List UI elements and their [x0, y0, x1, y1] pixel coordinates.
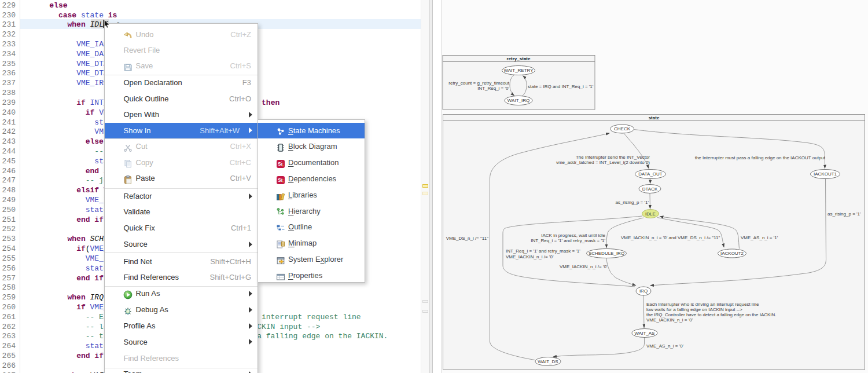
svg-text:as_rising_p = '1': as_rising_p = '1'	[615, 200, 649, 205]
svg-text:as_rising_p = '1': as_rising_p = '1'	[827, 211, 861, 217]
svg-text:IRQ: IRQ	[639, 288, 648, 294]
svg-text:VME_DS_n_i /= "11": VME_DS_n_i /= "11"	[446, 236, 489, 241]
svg-text:VME_AS_n_i = '0': VME_AS_n_i = '0'	[646, 343, 684, 349]
svg-text:DATA_OUT: DATA_OUT	[638, 171, 663, 177]
svg-text:INT_Req_i = '1' and retry_mask: INT_Req_i = '1' and retry_mask = '1'	[531, 238, 605, 243]
svg-text:;: ;	[282, 161, 284, 167]
svg-text:INT_Req_i = '0': INT_Req_i = '0'	[477, 86, 509, 91]
svg-text:Each Interrupter who is drivin: Each Interrupter who is driving an inter…	[646, 302, 759, 307]
svg-text:vme_addr_latched = INT_Level_i: vme_addr_latched = INT_Level_i(2 downto …	[556, 160, 650, 165]
svg-text:VME_IACKIN_n_i = '0': VME_IACKIN_n_i = '0'	[646, 317, 693, 323]
svg-text:IDLE: IDLE	[645, 211, 656, 217]
svg-text:IACKOUT2: IACKOUT2	[720, 251, 744, 256]
svg-text:VME_IACKIN_n_i /= '0': VME_IACKIN_n_i /= '0'	[560, 264, 608, 269]
svg-text:WAIT_DS: WAIT_DS	[538, 359, 558, 364]
svg-text:the Interrupter must pass a fa: the Interrupter must pass a falling edge…	[695, 155, 826, 160]
svg-text:;: ;	[282, 177, 284, 183]
svg-text:retry_state: retry_state	[507, 56, 531, 61]
svg-text:low waits for a falling edge o: low waits for a falling edge on IACKIN i…	[646, 307, 742, 312]
svg-text:WAIT_AS: WAIT_AS	[635, 331, 655, 336]
svg-text:state = IRQ and INT_Req_i = '1: state = IRQ and INT_Req_i = '1'	[528, 84, 594, 89]
svg-text:VME_AS_n_i = '1': VME_AS_n_i = '1'	[741, 235, 778, 240]
svg-text:the IRQ_Controller have to det: the IRQ_Controller have to detect a fall…	[646, 312, 777, 317]
svg-text:The Interrupter send the INT_V: The Interrupter send the INT_Vector	[576, 155, 650, 160]
svg-text:IACK in progress, wait until i: IACK in progress, wait until idle	[541, 233, 605, 238]
svg-text:SCHEDULE_IRQ: SCHEDULE_IRQ	[589, 251, 624, 256]
svg-text:VME_IACKIN_n_i = '0' and VME_D: VME_IACKIN_n_i = '0' and VME_DS_n_i /= "…	[621, 235, 720, 240]
svg-text:INT_Req_i = '1' and retry_mask: INT_Req_i = '1' and retry_mask = '1'	[506, 248, 580, 254]
svg-text:VME_IACKIN_n_i /= '0': VME_IACKIN_n_i /= '0'	[506, 254, 554, 259]
svg-text:IACKOUT1: IACKOUT1	[814, 171, 837, 177]
svg-text:CHECK: CHECK	[614, 126, 631, 131]
svg-text:DTACK: DTACK	[642, 186, 658, 192]
svg-text:retry_count = g_retry_timeout: retry_count = g_retry_timeout	[448, 81, 509, 86]
svg-text:WAIT_IRQ: WAIT_IRQ	[507, 98, 529, 103]
svg-text:WAIT_RETRY: WAIT_RETRY	[503, 68, 534, 73]
svg-text:state: state	[649, 115, 660, 120]
